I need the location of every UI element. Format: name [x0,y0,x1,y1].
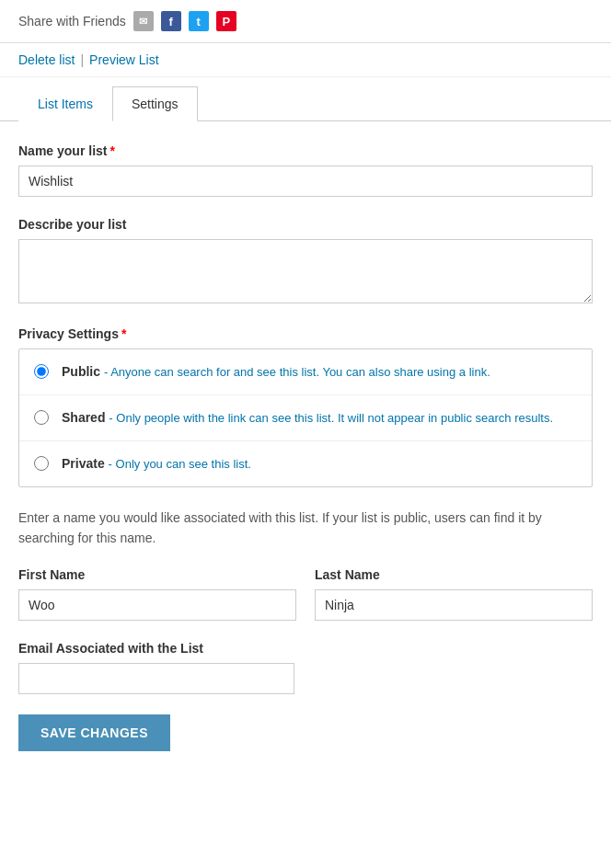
first-name-col: First Name [18,567,296,621]
name-field-group: Name your list* [18,143,593,197]
share-email-icon[interactable]: ✉ [133,11,154,31]
privacy-options-box: Public - Anyone can search for and see t… [18,348,593,487]
share-facebook-icon[interactable]: f [161,11,181,31]
first-name-label: First Name [18,567,296,582]
email-input[interactable] [18,663,294,694]
privacy-label: Privacy Settings* [18,326,593,341]
privacy-text-shared: Shared - Only people with the link can s… [62,408,553,428]
tab-list-items[interactable]: List Items [18,86,112,121]
privacy-field-group: Privacy Settings* Public - Anyone can se… [18,326,593,487]
name-required-star: * [110,143,114,158]
email-label: Email Associated with the List [18,641,593,656]
share-twitter-icon[interactable]: t [189,11,209,31]
first-name-input[interactable] [18,589,296,621]
name-label: Name your list* [18,143,593,158]
privacy-required-star: * [121,326,126,341]
email-col [18,663,294,694]
privacy-radio-public[interactable] [34,364,49,379]
describe-input[interactable] [18,239,593,303]
privacy-option-shared: Shared - Only people with the link can s… [19,395,592,441]
describe-label: Describe your list [18,217,593,232]
privacy-option-private: Private - Only you can see this list. [19,441,592,486]
tabs-container: List Items Settings [0,86,611,121]
privacy-radio-shared[interactable] [34,410,49,425]
share-bar: Share with Friends ✉ f t P [0,0,611,43]
last-name-col: Last Name [315,567,593,621]
last-name-label: Last Name [315,567,593,582]
save-changes-button[interactable]: SAVE CHANGES [18,714,170,751]
email-field-group: Email Associated with the List [18,641,593,694]
preview-list-link[interactable]: Preview List [89,52,158,67]
name-row: First Name Last Name [18,567,593,621]
name-input[interactable] [18,166,593,197]
privacy-radio-private[interactable] [34,456,49,471]
privacy-text-private: Private - Only you can see this list. [62,454,251,474]
action-bar: Delete list | Preview List [0,43,611,77]
action-separator: | [80,52,84,67]
info-text: Enter a name you would like associated w… [18,508,593,549]
share-pinterest-icon[interactable]: P [216,11,236,31]
describe-field-group: Describe your list [18,217,593,306]
tab-settings[interactable]: Settings [112,86,198,121]
share-label: Share with Friends [18,14,126,29]
privacy-option-public: Public - Anyone can search for and see t… [19,349,592,395]
privacy-text-public: Public - Anyone can search for and see t… [62,362,490,382]
settings-content: Name your list* Describe your list Priva… [0,121,611,773]
last-name-input[interactable] [315,589,593,621]
delete-list-link[interactable]: Delete list [18,52,75,67]
